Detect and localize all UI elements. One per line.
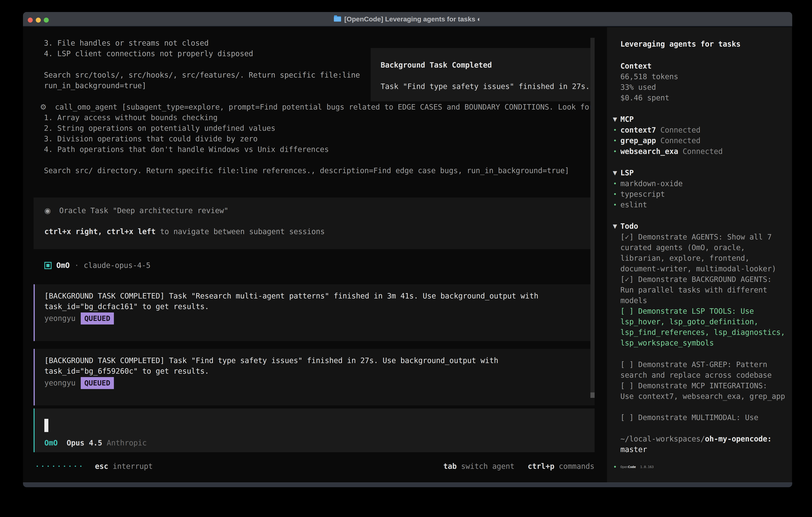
background-task-text: [BACKGROUND TASK COMPLETED] Task "Resear… xyxy=(45,291,585,312)
agent-model-name: claude-opus-4-5 xyxy=(84,261,150,270)
queued-badge: QUEUED xyxy=(81,312,114,324)
main-scrollbar-track[interactable] xyxy=(590,38,594,392)
mcp-server-row: • grep_app Connected xyxy=(613,135,700,146)
folder-icon xyxy=(334,17,341,22)
hint-text: to navigate between subagent sessions xyxy=(156,227,325,236)
ctrlp-key-hint: ctrl+p xyxy=(528,462,554,471)
toast-body: Task "Find type safety issues" finished … xyxy=(381,81,590,92)
lsp-server-row: • typescript xyxy=(613,189,665,199)
workspace-path-prefix: ~/local-workspaces/ xyxy=(620,435,705,443)
agent-name: OmO xyxy=(56,261,70,270)
screenshot-stage: [OpenCode] Leveraging agents for tasks ◐… xyxy=(0,0,812,517)
workspace-path: ~/local-workspaces/oh-my-opencode: xyxy=(620,434,772,444)
todo-item: [✓] Demonstrate AGENTS: Show all 7 curat… xyxy=(620,232,792,274)
background-task-toast: Background Task Completed Task "Find typ… xyxy=(371,48,594,101)
queued-badge: QUEUED xyxy=(81,377,114,389)
status-dot-icon: • xyxy=(613,463,620,470)
task-user: yeongyu xyxy=(45,379,76,387)
todo-section-heading[interactable]: ▼ Todo xyxy=(613,221,638,232)
context-stats: 66,518 tokens 33% used $0.46 spent xyxy=(620,71,678,103)
background-task-footer: yeongyu QUEUED xyxy=(45,378,585,388)
tool-call-prompt-tail: Search src/ directory. Return specific f… xyxy=(44,165,569,176)
window-titlebar: [OpenCode] Leveraging agents for tasks ◐ xyxy=(23,12,792,27)
background-task-footer: yeongyu QUEUED xyxy=(45,313,585,324)
status-dot-icon: • xyxy=(613,137,620,144)
lsp-section-heading[interactable]: ▼ LSP xyxy=(613,167,634,178)
mcp-server-status: Connected xyxy=(660,126,700,134)
gear-icon: ⚙ xyxy=(40,103,47,111)
tab-key-hint: tab xyxy=(443,462,457,471)
oracle-task-box[interactable]: ◉ Oracle Task "Deep architecture review"… xyxy=(34,197,594,249)
esc-key-hint: esc xyxy=(95,462,108,471)
git-branch: master xyxy=(620,444,647,455)
activity-dots-icon: ••••••••• xyxy=(36,464,85,469)
app-name-prefix: Open xyxy=(620,465,628,469)
esc-key-label: interrupt xyxy=(113,462,153,471)
lsp-server-row: • eslint xyxy=(613,199,647,210)
tab-key-label: switch agent xyxy=(461,462,515,471)
lsp-server-name: eslint xyxy=(620,200,647,209)
tool-call-prompt-list: 1. Array access without bounds checking … xyxy=(44,112,329,155)
todo-item: [ ] Demonstrate MCP INTEGRATIONS: Use co… xyxy=(620,380,792,402)
task-user: yeongyu xyxy=(45,314,76,323)
window-title: [OpenCode] Leveraging agents for tasks ◐ xyxy=(344,15,481,23)
agent-square-icon xyxy=(45,262,52,269)
todo-item: [ ] Demonstrate MULTIMODAL: Use xyxy=(620,412,792,423)
scrollback-search-lines: Search src/tools/, src/hooks/, src/featu… xyxy=(44,70,360,91)
todo-item: [ ] Demonstrate LSP TOOLS: Use lsp_hover… xyxy=(620,306,792,348)
background-task-block: [BACKGROUND TASK COMPLETED] Task "Resear… xyxy=(34,284,594,341)
terminal-window: [OpenCode] Leveraging agents for tasks ◐… xyxy=(23,12,792,487)
window-bottom-bar xyxy=(23,483,792,487)
mcp-server-name: context7 xyxy=(620,126,656,134)
lsp-server-row: • markdown-oxide xyxy=(613,178,683,189)
window-title-wrap: [OpenCode] Leveraging agents for tasks ◐ xyxy=(23,12,792,26)
oracle-navigation-hint: ctrl+x right, ctrl+x left to navigate be… xyxy=(45,226,325,237)
text-cursor xyxy=(45,419,48,432)
active-model-name: Opus 4.5 xyxy=(66,439,102,447)
oracle-task-title: Oracle Task "Deep architecture review" xyxy=(59,206,228,215)
main-scrollbar xyxy=(590,38,594,398)
hint-keybinding: ctrl+x right, ctrl+x left xyxy=(45,227,156,236)
fisheye-icon: ◉ xyxy=(45,206,51,215)
lsp-server-name: markdown-oxide xyxy=(620,179,683,188)
lsp-section-label: LSP xyxy=(620,168,634,177)
status-dot-icon: • xyxy=(613,201,620,208)
workspace-repo-name: oh-my-opencode: xyxy=(705,435,772,443)
collapse-triangle-icon: ▼ xyxy=(613,116,620,123)
status-bar-right: tab switch agent ctrl+p commands xyxy=(443,461,594,472)
status-dot-icon: • xyxy=(613,191,620,198)
mcp-section-heading[interactable]: ▼ MCP xyxy=(613,114,634,125)
app-name-suffix: Code xyxy=(628,465,636,469)
main-scrollbar-thumb[interactable] xyxy=(590,392,594,398)
todo-section-label: Todo xyxy=(620,222,638,230)
lsp-server-name: typescript xyxy=(620,190,665,198)
mcp-server-name: websearch_exa xyxy=(620,147,678,156)
status-dot-icon: • xyxy=(613,180,620,187)
status-bar-left: ••••••••• esc interrupt xyxy=(36,461,153,472)
model-provider: Anthropic xyxy=(107,439,147,447)
mcp-server-row: • websearch_exa Connected xyxy=(613,146,723,157)
mcp-server-status: Connected xyxy=(660,136,700,145)
collapse-triangle-icon: ▼ xyxy=(613,223,620,229)
oracle-task-title-line: ◉ Oracle Task "Deep architecture review" xyxy=(45,205,228,216)
mcp-server-row: • context7 Connected xyxy=(613,125,700,135)
prompt-input[interactable]: OmO Opus 4.5 Anthropic xyxy=(34,408,594,452)
todo-item: [ ] Demonstrate AST-GREP: Pattern search… xyxy=(620,359,792,380)
session-sidebar: Leveraging agents for tasks Context 66,5… xyxy=(607,27,792,483)
app-version-number: 1.0.163 xyxy=(640,465,654,469)
mcp-section-label: MCP xyxy=(620,115,634,124)
app-version-row: • OpenCode 1.0.163 xyxy=(613,462,654,472)
session-title: Leveraging agents for tasks xyxy=(620,39,741,49)
status-dot-icon: • xyxy=(613,127,620,134)
context-heading: Context xyxy=(620,61,651,71)
ctrlp-key-label: commands xyxy=(559,462,594,471)
mcp-server-name: grep_app xyxy=(620,136,656,145)
todo-item: [✓] Demonstrate BACKGROUND AGENTS: Run p… xyxy=(620,274,792,306)
background-task-block: [BACKGROUND TASK COMPLETED] Task "Find t… xyxy=(34,349,594,405)
tool-call-text: call_omo_agent [subagent_type=explore, p… xyxy=(55,103,593,111)
active-agent-name: OmO xyxy=(45,439,58,447)
background-task-text: [BACKGROUND TASK COMPLETED] Task "Find t… xyxy=(45,355,585,377)
scrollback-list-lines: 3. File handles or streams not closed 4.… xyxy=(44,38,253,59)
separator-dot: · xyxy=(75,261,79,270)
agent-session-header: OmO · claude-opus-4-5 xyxy=(45,260,150,271)
